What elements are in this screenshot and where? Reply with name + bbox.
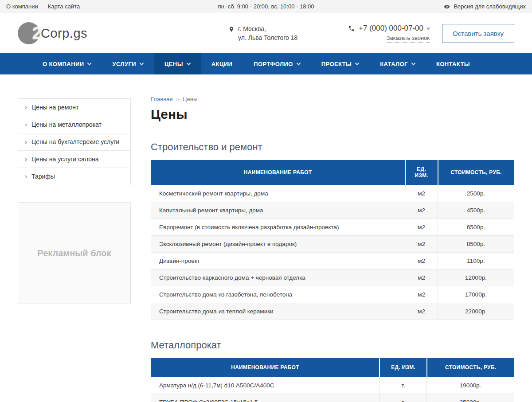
chevron-down-icon[interactable] — [426, 26, 430, 29]
content: ›Цены на ремонт›Цены на металлопрокат›Це… — [0, 74, 532, 402]
price-section-0: Строительство и ремонтНАИМЕНОВАНИЕ РАБОТ… — [151, 141, 514, 320]
accessibility-version-link[interactable]: Версия для слабовидящих — [439, 3, 526, 10]
price-cell: 17000р. — [438, 286, 514, 303]
unit-cell: м2 — [405, 303, 438, 320]
unit-cell: т. — [379, 394, 426, 402]
unit-cell: м2 — [405, 236, 438, 253]
unit-cell: м2 — [405, 219, 438, 236]
price-cell: 19000р. — [427, 377, 514, 394]
sidebar-item-tseny-na-buhgalterskie-uslugi[interactable]: ›Цены на бухгалтерские услуги — [18, 133, 130, 151]
sidebar-item-tseny-na-remont[interactable]: ›Цены на ремонт — [18, 99, 130, 116]
price-cell: 6500р. — [438, 219, 514, 236]
phone-number[interactable]: +7 (000) 000-07-00 — [359, 24, 423, 33]
table-header: НАИМЕНОВАНИЕ РАБОТЕД. ИЗМ.СТОИМОСТЬ, РУБ… — [151, 160, 514, 185]
table-header-cell: ЕД. ИЗМ. — [405, 160, 438, 185]
page-title: Цены — [151, 107, 514, 122]
work-name-cell: Строительство дома из газобетона, пенобе… — [151, 286, 405, 303]
table-row: Строительство каркасного дома + черновая… — [151, 269, 514, 286]
nav-item-label: АКЦИИ — [211, 61, 233, 67]
price-cell: 2500р. — [438, 185, 514, 202]
header-right: +7 (000) 000-07-00 Заказать звонок Остав… — [348, 24, 514, 43]
nav-item-proekty[interactable]: ПРОЕКТЫ — [311, 53, 369, 74]
sidebar-item-tseny-na-metalloprokat[interactable]: ›Цены на металлопрокат — [18, 116, 130, 133]
nav-item-aktsii[interactable]: АКЦИИ — [201, 53, 243, 74]
unit-cell: м2 — [405, 269, 438, 286]
chevron-right-icon: › — [25, 121, 27, 128]
price-table: НАИМЕНОВАНИЕ РАБОТЕД. ИЗМ.СТОИМОСТЬ, РУБ… — [151, 160, 514, 320]
price-cell: 8500р. — [438, 236, 514, 253]
topbar: пн.-сб. 9:00 - 20:00, вс. 10:00 - 18:00 … — [0, 0, 532, 13]
table-header-row: НАИМЕНОВАНИЕ РАБОТЕД. ИЗМ.СТОИМОСТЬ, РУБ… — [151, 160, 514, 185]
chevron-down-icon — [87, 61, 92, 65]
topbar-links: О компании Карта сайта — [6, 3, 80, 10]
site-header: 2 Corp.gs г. Москва, ул. Льва Толстого 1… — [0, 13, 532, 53]
topbar-link-sitemap[interactable]: Карта сайта — [48, 3, 80, 10]
sidebar-item-label: Цены на ремонт — [31, 104, 78, 111]
chevron-down-icon — [296, 61, 301, 65]
chevron-right-icon: › — [25, 104, 27, 110]
work-name-cell: Арматура н/д (6-11,7м) d10 А500С/А400С — [151, 377, 380, 394]
table-row: Арматура н/д (6-11,7м) d10 А500С/А400Ст.… — [151, 377, 514, 394]
nav-item-label: ПОРТФОЛИО — [254, 61, 293, 67]
chevron-down-icon — [139, 61, 144, 65]
address-line2: ул. Льва Толстого 18 — [238, 34, 297, 41]
chevron-right-icon: › — [25, 138, 27, 145]
nav-item-portfolio[interactable]: ПОРТФОЛИО — [243, 53, 310, 74]
nav-item-katalog[interactable]: КАТАЛОГ — [369, 53, 426, 74]
callback-link[interactable]: Заказать звонок — [387, 35, 430, 43]
ad-block-label: Рекламный блок — [37, 248, 111, 258]
work-name-cell: Евроремонт (в стоимость включена разрабо… — [151, 219, 405, 236]
price-cell: 12000р. — [438, 269, 514, 286]
topbar-link-about[interactable]: О компании — [6, 3, 38, 10]
table-header-cell: ЕД. ИЗМ. — [379, 358, 426, 377]
unit-cell: т. — [379, 377, 426, 394]
logo-text: Corp.gs — [41, 26, 87, 41]
nav-item-tseny[interactable]: ЦЕНЫ — [154, 53, 201, 74]
nav-item-label: ПРОЕКТЫ — [321, 61, 352, 67]
breadcrumb-home-link[interactable]: Главная — [151, 96, 172, 102]
table-body: Арматура н/д (6-11,7м) d10 А500С/А400Ст.… — [151, 377, 514, 402]
price-section-1: МеталлопрокатНАИМЕНОВАНИЕ РАБОТЕД. ИЗМ.С… — [151, 340, 514, 402]
sidebar-item-tarify[interactable]: ›Тарифы — [18, 168, 130, 185]
price-cell: 25000р. — [427, 394, 514, 402]
work-name-cell: Дизайн-проект — [151, 253, 405, 269]
sidebar-item-label: Тарифы — [31, 173, 55, 180]
table-body: Косметический ремонт квартиры, домам2250… — [151, 185, 514, 320]
unit-cell: м2 — [405, 185, 438, 202]
chevron-right-icon: › — [25, 156, 27, 162]
sidebar-item-tseny-na-uslugi-salona[interactable]: ›Цены на услуги салона — [18, 151, 130, 168]
table-header-cell: НАИМЕНОВАНИЕ РАБОТ — [151, 160, 405, 185]
address-text: г. Москва, ул. Льва Толстого 18 — [238, 24, 297, 43]
main-nav: О КОМПАНИИУСЛУГИЦЕНЫАКЦИИПОРТФОЛИОПРОЕКТ… — [0, 53, 532, 74]
work-name-cell: Косметический ремонт квартиры, дома — [151, 185, 405, 202]
nav-item-o-kompanii[interactable]: О КОМПАНИИ — [32, 53, 102, 74]
unit-cell: м2 — [405, 253, 438, 269]
sidebar-item-label: Цены на услуги салона — [31, 156, 98, 163]
table-header-row: НАИМЕНОВАНИЕ РАБОТЕД. ИЗМ.СТОИМОСТЬ, РУБ… — [151, 358, 514, 377]
work-name-cell: Капитальный ремонт квартиры, дома — [151, 202, 405, 219]
phone-icon — [348, 25, 355, 32]
logo-circle-icon: 2 — [18, 22, 40, 44]
sections-container: Строительство и ремонтНАИМЕНОВАНИЕ РАБОТ… — [151, 141, 514, 402]
unit-cell: м2 — [405, 286, 438, 303]
nav-item-label: ЦЕНЫ — [164, 61, 183, 67]
leave-request-button[interactable]: Оставить заявку — [442, 24, 514, 43]
phone-block: +7 (000) 000-07-00 Заказать звонок — [348, 24, 430, 43]
table-row: Капитальный ремонт квартиры, домам24500р… — [151, 202, 514, 219]
table-row: Строительство дома из газобетона, пенобе… — [151, 286, 514, 303]
table-header-cell: СТОИМОСТЬ, РУБ. — [427, 358, 514, 377]
chevron-down-icon — [411, 61, 415, 65]
price-cell: 22000р. — [438, 303, 514, 320]
nav-item-uslugi[interactable]: УСЛУГИ — [102, 53, 153, 74]
sidebar-menu: ›Цены на ремонт›Цены на металлопрокат›Це… — [18, 98, 131, 185]
nav-item-label: УСЛУГИ — [112, 61, 136, 67]
nav-item-kontakty[interactable]: КОНТАКТЫ — [426, 53, 481, 74]
accessibility-label: Версия для слабовидящих — [454, 3, 526, 10]
price-cell: 4500р. — [438, 202, 514, 219]
table-row: Строительство дома из теплой керамиким22… — [151, 303, 514, 320]
sidebar-item-label: Цены на металлопрокат — [31, 121, 102, 128]
logo[interactable]: 2 Corp.gs — [18, 22, 87, 44]
section-heading: Строительство и ремонт — [151, 141, 514, 153]
nav-item-label: КОНТАКТЫ — [436, 61, 470, 67]
location-pin-icon — [228, 24, 235, 35]
